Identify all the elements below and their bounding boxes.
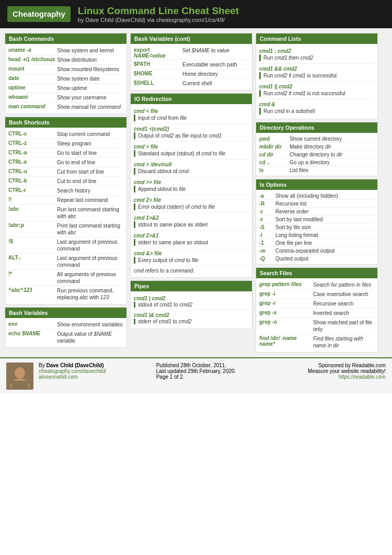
directory-operations-section: Directory Operations pwd Show current di… (256, 122, 378, 176)
logo: Cheatography (7, 6, 71, 22)
author-name: Dave Child (DaveChild) (46, 363, 103, 368)
command-lists-body: cmd1 ; cmd2 Run cmd1 then cmd2 cmd1 && c… (256, 44, 377, 119)
io-desc: Append stdout to file (134, 186, 249, 192)
cmd-list-cmd: cmd1 ; cmd2 (259, 47, 374, 54)
footer-alt-link[interactable]: aloneonahill.com (39, 374, 78, 380)
column-2: Bash Variables (cont) export NAME=value … (129, 31, 254, 354)
table-row: -S Sort by file size (259, 223, 374, 231)
io-desc: Standard output (stdout) of cmd to file (134, 150, 249, 157)
footer-sponsor-desc: Measure your website readability! (273, 368, 386, 374)
io-block: cmd > /dev/null Discard stdout of cmd (134, 160, 249, 177)
table-row: grep -o Show matched part of file only (259, 318, 374, 334)
search-key: grep -o (259, 319, 312, 325)
ls-desc: Long listing format (275, 232, 374, 238)
table-row: env Show environment variables (8, 320, 123, 330)
bash-variables-cont-section: Bash Variables (cont) export NAME=value … (130, 33, 252, 90)
table-row: grep -r Recursive search (259, 299, 374, 309)
table-row: export NAME=value Set $NAME to value (134, 46, 249, 60)
cmd-desc: Last argument of previous command (57, 239, 123, 252)
footer-author-link[interactable]: cheatography.com/davechild/ (39, 368, 106, 374)
bash-variables-body: env Show environment variables echo $NAM… (5, 318, 126, 347)
footer-sponsor-link[interactable]: https://readable.com (338, 374, 386, 380)
ls-desc: Sort by last modified (275, 217, 374, 222)
table-row: $SHELL Current shell (134, 79, 249, 88)
dir-desc: Change directory to dir (290, 152, 374, 157)
avatar-image (6, 363, 33, 390)
ls-key: -S (259, 224, 274, 230)
footer-alt-url: aloneonahill.com (39, 374, 151, 380)
footer-sponsor: Sponsored by Readable.com (273, 363, 386, 368)
dir-key: cd dir (259, 152, 288, 157)
table-row: -a Show all (including hidden) (259, 192, 374, 200)
table-row: !abc Run last command starting with abc (8, 205, 123, 221)
footer-page: Page 1 of 2. (156, 374, 269, 380)
avatar-svg (6, 363, 33, 390)
cmd-list-desc: Run cmd in a subshell (259, 108, 374, 115)
bash-variables-section: Bash Variables env Show environment vari… (5, 307, 127, 348)
footer-author-url: cheatography.com/davechild/ (39, 368, 151, 374)
table-row: -Q Quoted output (259, 255, 374, 262)
cmd-desc: Go to start of line (57, 150, 123, 156)
io-desc: stdout to same place as stderr (134, 221, 249, 228)
cmd-key: date (8, 75, 55, 81)
search-files-header: Search Files (256, 268, 377, 278)
cmd-desc: Search history (57, 187, 123, 194)
ls-desc: Comma-separated output (275, 248, 374, 254)
pipe-block: cmd1 |& cmd2 stderr of cmd1 to cmd2 (134, 310, 249, 326)
cmd-list-desc: Run cmd2 if cmd1 is not successful (259, 90, 374, 97)
logo-text: Cheatography (13, 9, 65, 18)
cmd-key: CTRL-e (8, 159, 55, 165)
io-block: cmd 2> file Error output (stderr) of cmd… (134, 195, 249, 213)
cmd-desc: Show your username (57, 94, 123, 101)
cmd-key: CTRL-r (8, 187, 55, 193)
table-row: CTRL-a Go to start of line (8, 149, 123, 158)
cmd-desc: All arguments of previous command (57, 271, 123, 285)
svg-rect-3 (11, 381, 28, 390)
svg-point-1 (15, 367, 25, 379)
io-cmd: cmd >> file (134, 178, 249, 186)
cmd-key: $SHELL (134, 80, 181, 86)
cmd-list-cmd: cmd1 && cmd2 (259, 65, 374, 72)
page-subtitle: by Dave Child (DaveChild) via cheatograp… (78, 17, 239, 23)
io-cmd: cmd &> file (134, 250, 249, 257)
cmd-desc: Show environment variables (57, 321, 123, 328)
table-row: CTRL-k Cut to end of line (8, 177, 123, 186)
table-row: grep -i Case insensitive search (259, 290, 374, 299)
search-desc: Inverted search (313, 310, 374, 316)
cmd-desc: Run last command starting with abc (57, 206, 123, 220)
table-row: mkdir dir Make directory dir (259, 143, 374, 151)
cmd-desc: Show system and kernel (57, 47, 123, 54)
footer-updated: Last updated 29th February, 2020. (156, 368, 269, 374)
ls-key: -t (259, 217, 274, 222)
page-footer: By Dave Child (DaveChild) cheatography.c… (0, 357, 392, 394)
io-desc: Discard stdout of cmd (134, 168, 249, 175)
table-row: head -n1 /etc/issue Show distribution (8, 55, 123, 65)
search-files-section: Search Files grep pattern files Search f… (256, 267, 378, 353)
table-row: !! Repeat last command (8, 196, 123, 205)
cmd-key: CTRL-a (8, 150, 55, 155)
pipes-body: cmd1 | cmd2 stdout of cmd1 to cmd2 cmd1 … (131, 291, 252, 329)
table-row: $HOME Home directory (134, 70, 249, 79)
ls-key: -m (259, 248, 274, 254)
cmd-key: !! (8, 197, 55, 202)
table-row: uptime Show uptime (8, 84, 123, 93)
cmd-key: ALT-. (8, 255, 55, 260)
cmd-list-block: cmd & Run cmd in a subshell (259, 99, 374, 117)
table-row: ALT-. Last argument of previous command (8, 254, 123, 270)
search-key: grep pattern files (259, 281, 312, 287)
cmd-list-desc: Run cmd2 if cmd1 is successful (259, 72, 374, 79)
io-desc: Every output of cmd to file (134, 257, 249, 264)
cmd-key: CTRL-u (8, 168, 55, 174)
pipe-cmd: cmd1 |& cmd2 (134, 311, 249, 319)
cmd-desc: Run previous command, replacing abc with… (57, 287, 123, 301)
cmd-key: export NAME=value (134, 47, 181, 59)
io-block: cmd &> file Every output of cmd to file (134, 248, 249, 266)
footer-author-col: By Dave Child (DaveChild) cheatography.c… (39, 363, 151, 380)
search-files-body: grep pattern files Search for pattern in… (256, 278, 377, 352)
ls-options-section: ls Options -a Show all (including hidden… (256, 179, 378, 265)
cmd-list-cmd: cmd & (259, 100, 374, 108)
column-3: Command Lists cmd1 ; cmd2 Run cmd1 then … (254, 31, 379, 354)
directory-operations-header: Directory Operations (256, 122, 377, 133)
search-key: find /dir/ -name name* (259, 335, 312, 347)
bash-variables-cont-header: Bash Variables (cont) (131, 33, 252, 44)
